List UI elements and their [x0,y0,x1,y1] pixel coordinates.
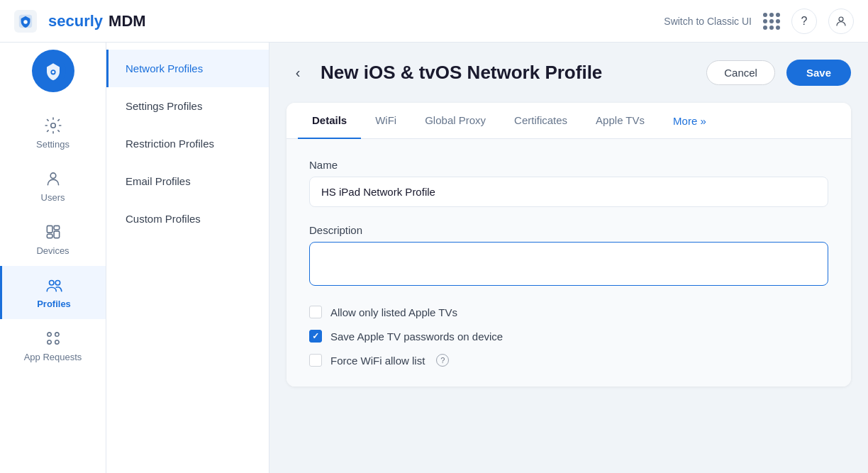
svg-point-6 [50,123,55,128]
tab-details[interactable]: Details [298,103,361,139]
description-field-group: Description [309,224,828,289]
description-label: Description [309,224,828,236]
svg-point-1 [23,20,28,24]
sidebar: Settings Users Devices [0,43,106,473]
svg-point-5 [52,71,55,74]
force-wifi-help-icon[interactable]: ? [436,354,449,367]
devices-icon [44,223,62,241]
description-input[interactable] [309,242,828,286]
checkbox-save-passwords-label: Save Apple TV passwords on device [330,330,503,343]
top-header: securlyMDM Switch to Classic UI ? [0,0,868,43]
tab-more[interactable]: More » [659,103,720,138]
sidebar-item-settings[interactable]: Settings [0,106,106,160]
profile-card: Details WiFi Global Proxy Certificates A… [286,103,851,386]
tab-wifi[interactable]: WiFi [361,103,411,139]
brand-icon [14,10,37,33]
logo [32,50,74,92]
help-button[interactable]: ? [791,9,817,34]
sub-nav-settings-profiles[interactable]: Settings Profiles [106,87,269,125]
sidebar-item-devices[interactable]: Devices [0,213,106,266]
checkbox-group: Allow only listed Apple TVs Save Apple T… [309,306,828,367]
page-title: New iOS & tvOS Network Profile [321,62,695,84]
main-content: ‹ New iOS & tvOS Network Profile Cancel … [269,43,868,473]
svg-point-15 [55,333,58,336]
form-area: Name Description Allow only [286,139,851,386]
header-right: Switch to Classic UI ? [664,9,854,34]
checkbox-allow-listed-label: Allow only listed Apple TVs [330,306,457,318]
back-button[interactable]: ‹ [286,62,309,84]
checkbox-allow-listed-box[interactable] [309,306,322,318]
svg-point-14 [47,333,50,336]
tabs: Details WiFi Global Proxy Certificates A… [286,103,851,139]
app-requests-icon [44,329,62,347]
cancel-button[interactable]: Cancel [706,60,775,85]
svg-rect-9 [54,226,60,229]
name-input[interactable] [309,177,828,207]
user-button[interactable] [828,9,854,34]
checkbox-save-passwords[interactable]: Save Apple TV passwords on device [309,330,828,343]
tab-certificates[interactable]: Certificates [500,103,582,139]
name-field-group: Name [309,159,828,207]
sub-nav-network-profiles[interactable]: Network Profiles [106,50,269,87]
checkbox-force-wifi-label: Force WiFi allow list [330,355,425,367]
sub-nav: Network Profiles Settings Profiles Restr… [106,43,269,473]
svg-rect-8 [47,226,52,233]
brand-name: securlyMDM [48,12,146,30]
profiles-icon [45,276,63,294]
svg-point-7 [50,173,56,179]
sub-nav-restriction-profiles[interactable]: Restriction Profiles [106,125,269,162]
sidebar-item-users[interactable]: Users [0,160,106,213]
users-icon [44,169,62,188]
tab-apple-tvs[interactable]: Apple TVs [582,103,659,139]
checkbox-force-wifi[interactable]: Force WiFi allow list ? [309,354,828,367]
svg-point-12 [50,281,55,286]
switch-classic-btn[interactable]: Switch to Classic UI [664,16,752,27]
user-icon [835,15,847,28]
checkbox-save-passwords-box[interactable] [309,330,322,343]
tab-global-proxy[interactable]: Global Proxy [411,103,500,139]
sub-nav-custom-profiles[interactable]: Custom Profiles [106,200,269,238]
svg-rect-10 [54,231,60,238]
sub-nav-email-profiles[interactable]: Email Profiles [106,162,269,200]
checkbox-force-wifi-box[interactable] [309,354,322,367]
name-label: Name [309,159,828,171]
apps-grid-icon[interactable] [763,13,780,30]
sidebar-item-profiles[interactable]: Profiles [0,266,106,319]
svg-point-16 [47,340,50,344]
svg-point-13 [55,281,60,286]
page-header: ‹ New iOS & tvOS Network Profile Cancel … [286,60,851,86]
svg-point-2 [839,17,843,21]
svg-point-17 [55,340,58,344]
save-button[interactable]: Save [786,60,851,86]
svg-rect-11 [47,234,52,238]
sidebar-item-app-requests[interactable]: App Requests [0,319,106,372]
checkbox-allow-listed[interactable]: Allow only listed Apple TVs [309,306,828,318]
settings-icon [44,116,62,135]
question-icon: ? [801,15,808,28]
